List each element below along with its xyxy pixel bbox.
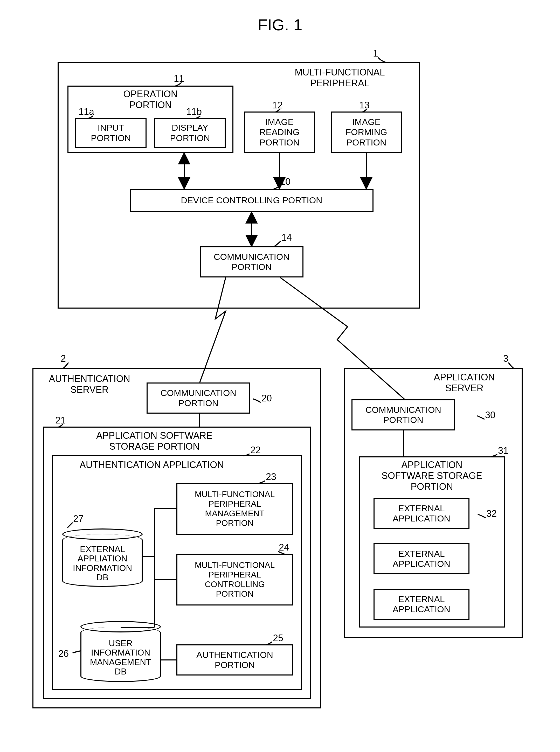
display-portion-box: DISPLAY PORTION [154, 118, 226, 148]
app-comm-ref: 30 [485, 410, 495, 421]
mfp-mgmt-box: MULTI-FUNCTIONAL PERIPHERAL MANAGEMENT P… [176, 483, 293, 535]
ext-app-2-box: EXTERNAL APPLICATION [374, 543, 469, 574]
auth-store-ref: 21 [55, 415, 66, 426]
ext-app-1-box: EXTERNAL APPLICATION [374, 498, 469, 529]
auth-app-ref: 22 [250, 445, 261, 455]
mfp-title: MULTI-FUNCTIONAL PERIPHERAL [267, 67, 413, 89]
mfp-ctrl-ref: 24 [279, 542, 289, 553]
mfp-comm-box: COMMUNICATION PORTION [200, 246, 303, 278]
image-reading-box: IMAGE READING PORTION [244, 111, 315, 153]
auth-server-title: AUTHENTICATION SERVER [39, 373, 140, 395]
app-server-title: APPLICATION SERVER [420, 372, 508, 394]
mfp-ref: 1 [373, 48, 378, 59]
image-forming-ref: 13 [359, 100, 369, 111]
user-info-db-ref: 26 [58, 648, 69, 659]
device-controlling-ref: 10 [280, 176, 291, 187]
input-portion-box: INPUT PORTION [75, 118, 146, 148]
image-reading-ref: 12 [272, 100, 283, 111]
operation-portion-ref: 11 [174, 73, 184, 84]
app-store-ref: 31 [498, 445, 508, 456]
auth-store-title: APPLICATION SOFTWARE STORAGE PORTION [83, 430, 226, 452]
figure-title: FIG. 1 [0, 16, 560, 34]
ext-app-3-box: EXTERNAL APPLICATION [374, 589, 469, 620]
app-comm-box: COMMUNICATION PORTION [352, 399, 455, 430]
app-store-title: APPLICATION SOFTWARE STORAGE PORTION [363, 460, 501, 492]
ext-app-info-db-ref: 27 [73, 513, 83, 524]
auth-portion-ref: 25 [273, 633, 283, 644]
ext-app-info-db-label: EXTERNAL APPLIATION INFORMATION DB [62, 545, 143, 582]
auth-comm-box: COMMUNICATION PORTION [146, 383, 250, 413]
auth-app-title: AUTHENTICATION APPLICATION [73, 460, 231, 470]
auth-portion-box: AUTHENTICATION PORTION [176, 644, 293, 675]
user-info-db: USER INFORMATION MANAGEMENT DB [80, 621, 161, 682]
mfp-comm-ref: 14 [281, 232, 292, 243]
operation-portion-title: OPERATION PORTION [112, 89, 189, 110]
image-forming-box: IMAGE FORMING PORTION [331, 111, 402, 153]
auth-comm-ref: 20 [261, 393, 272, 404]
auth-server-ref: 2 [61, 353, 66, 364]
user-info-db-label: USER INFORMATION MANAGEMENT DB [80, 639, 161, 676]
input-portion-ref: 11a [79, 106, 94, 117]
display-portion-ref: 11b [186, 106, 202, 117]
app-server-ref: 3 [503, 353, 508, 364]
ext-app-info-db: EXTERNAL APPLIATION INFORMATION DB [62, 528, 143, 587]
mfp-ctrl-box: MULTI-FUNCTIONAL PERIPHERAL CONTROLLING … [176, 554, 293, 606]
mfp-mgmt-ref: 23 [266, 471, 276, 482]
ext-app-1-ref: 32 [486, 508, 497, 519]
device-controlling-box: DEVICE CONTROLLING PORTION [130, 189, 374, 212]
